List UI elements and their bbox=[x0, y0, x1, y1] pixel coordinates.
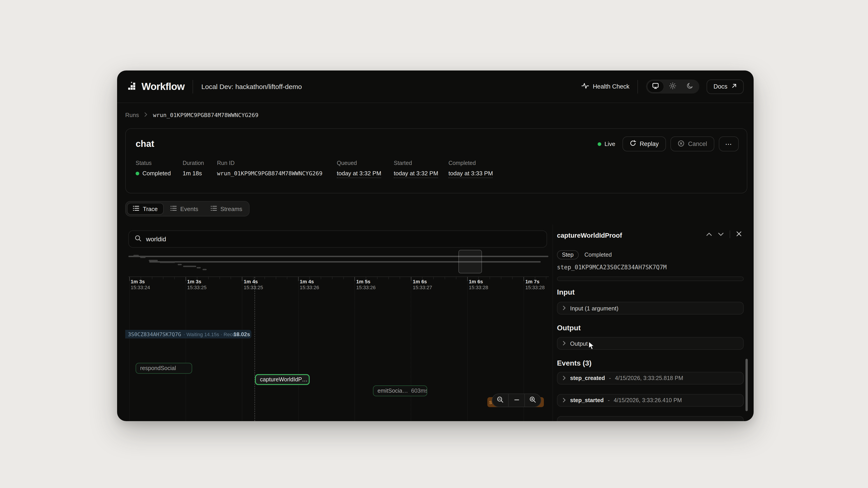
previous-step-button[interactable] bbox=[706, 231, 712, 238]
axis-tick-label: 1m 4s15:33:26 bbox=[300, 279, 319, 290]
zoom-reset-button[interactable] bbox=[508, 394, 524, 407]
step-meta-row: Step Completed bbox=[557, 250, 612, 259]
timeline-bar-respondSocial[interactable]: respondSocial bbox=[135, 363, 192, 374]
panel-header-controls bbox=[706, 230, 742, 238]
chevron-right-icon bbox=[562, 397, 566, 404]
magnifier-plus-icon bbox=[529, 396, 536, 404]
app: Workflow Local Dev: hackathon/liftoff-de… bbox=[0, 0, 868, 488]
step-detail-panel: captureWorldIdProof bbox=[557, 230, 744, 421]
minimap-step-mark bbox=[197, 267, 201, 268]
output-section-heading: Output bbox=[557, 324, 581, 332]
axis-tick-label: 1m 5s15:33:26 bbox=[356, 279, 376, 290]
output-expand-row[interactable]: Output bbox=[557, 337, 744, 350]
chevron-right-icon bbox=[562, 375, 566, 382]
minimap-step-mark bbox=[149, 260, 158, 261]
timeline-bar-emitSocial[interactable]: emitSocia… 603ms bbox=[373, 385, 427, 396]
step-type-badge: Step bbox=[557, 250, 579, 259]
pane-divider bbox=[553, 225, 553, 421]
trace-search-input[interactable]: worldid bbox=[128, 230, 547, 248]
minimap-step-mark bbox=[140, 257, 146, 258]
axis-tick-label: 1m 3s15:33:25 bbox=[187, 279, 207, 290]
panel-title: captureWorldIdProof bbox=[557, 232, 622, 239]
search-icon bbox=[135, 235, 142, 243]
panel-controls-divider bbox=[730, 230, 730, 238]
close-icon bbox=[736, 231, 742, 238]
axis-tick-label: 1m 7s15:33:28 bbox=[525, 279, 545, 290]
timeline-bar-wait[interactable]: 3S0CZ834AH7SK7Q7G · Waiting 14.15s · Rec… bbox=[125, 330, 251, 338]
axis-tick-label: 1m 6s15:33:28 bbox=[469, 279, 488, 290]
events-section-heading: Events (3) bbox=[557, 359, 592, 367]
selected-step-guideline bbox=[254, 277, 255, 421]
next-step-button[interactable] bbox=[718, 231, 724, 238]
event-row-step-created[interactable]: step_created - 4/15/2026, 3:33:25.818 PM bbox=[557, 372, 744, 385]
workflow-app-window: Workflow Local Dev: hackathon/liftoff-de… bbox=[117, 70, 754, 421]
chevron-right-icon bbox=[562, 340, 566, 347]
zoom-out-button[interactable] bbox=[492, 394, 508, 407]
bar-duration: 603ms bbox=[411, 388, 427, 394]
step-id: step_01KP9MCA23S0CZ834AH7SK7Q7M bbox=[557, 264, 666, 271]
minimap-span-line bbox=[128, 256, 548, 257]
bar-duration: 18.02s bbox=[234, 331, 250, 337]
axis-tick-label: 1m 6s15:33:27 bbox=[413, 279, 432, 290]
minimap-span-line bbox=[149, 261, 541, 263]
timeline-bar-captureWorldIdProof-selected[interactable]: captureWorldIdP… bbox=[255, 374, 310, 385]
minimap-viewport-handle[interactable] bbox=[458, 250, 482, 273]
event-row-clipped[interactable] bbox=[557, 416, 744, 421]
panel-scrollbar-thumb[interactable] bbox=[745, 359, 748, 411]
input-expand-row[interactable]: Input (1 argument) bbox=[557, 302, 744, 315]
scrolled-row-fragment bbox=[557, 276, 744, 281]
minimap-step-mark bbox=[178, 264, 182, 265]
event-row-step-started[interactable]: step_started - 4/15/2026, 3:33:26.410 PM bbox=[557, 394, 744, 407]
chevron-down-icon bbox=[718, 231, 724, 238]
minimap-step-mark bbox=[160, 262, 175, 263]
axis-tick-label: 1m 3s15:33:24 bbox=[131, 279, 150, 290]
mouse-cursor bbox=[588, 341, 596, 352]
minimap-step-mark bbox=[133, 255, 139, 256]
step-status-label: Completed bbox=[584, 252, 612, 258]
input-section-heading: Input bbox=[557, 288, 575, 296]
minimap-step-mark bbox=[183, 266, 196, 267]
minus-icon bbox=[513, 396, 520, 404]
zoom-in-button[interactable] bbox=[524, 394, 541, 407]
timeline-gridlines bbox=[129, 277, 527, 421]
close-panel-button[interactable] bbox=[736, 231, 742, 238]
chevron-up-icon bbox=[706, 231, 712, 238]
magnifier-minus-icon bbox=[497, 396, 504, 404]
chevron-right-icon bbox=[562, 305, 566, 312]
timeline-zoom-controls bbox=[492, 394, 541, 407]
search-value: worldid bbox=[146, 235, 166, 242]
axis-tick-label: 1m 4s15:33:25 bbox=[244, 279, 263, 290]
minimap-step-mark bbox=[203, 269, 207, 270]
